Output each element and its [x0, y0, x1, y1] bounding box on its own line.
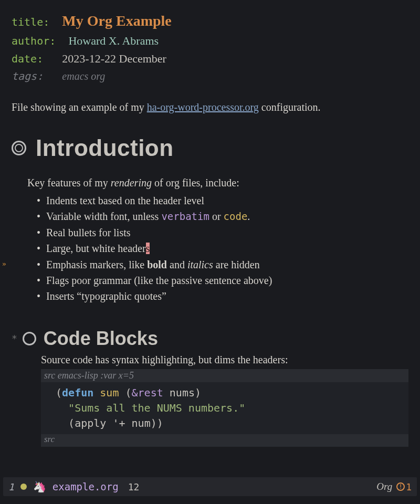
org-star-icon: *	[12, 333, 17, 344]
modeline[interactable]: 1 🦄 example.org 12 Org ! 1	[0, 477, 420, 504]
meta-date-line: date: 2023-12-22 December	[12, 50, 408, 68]
code-text: code	[224, 211, 248, 222]
buffer-filename[interactable]: example.org	[52, 481, 119, 492]
intro-paragraph: File showing an example of my ha-org-wor…	[12, 99, 408, 115]
src-begin-line: src emacs-lisp :var x=5	[41, 369, 408, 382]
document-title: My Org Example	[62, 13, 171, 29]
heading-introduction[interactable]: Introduction	[12, 135, 408, 161]
warning-icon: !	[396, 482, 405, 491]
document-tags: emacs org	[62, 70, 105, 82]
meta-key-author: author	[12, 35, 49, 47]
document-date: 2023-12-22 December	[62, 52, 166, 65]
list-item: Flags poor grammar (like the passive sen…	[37, 272, 408, 288]
src-note: Source code has syntax highlighting, but…	[41, 354, 408, 366]
heading-text: Code Blocks	[44, 328, 158, 350]
meta-tags-line: tags: emacs org	[12, 68, 408, 85]
window-number[interactable]: 1	[8, 481, 14, 492]
heading-text: Introduction	[36, 135, 174, 161]
src-section: Source code has syntax highlighting, but…	[41, 354, 408, 447]
meta-key-title: title	[12, 16, 43, 28]
features-intro: Key features of my rendering of org file…	[27, 175, 408, 191]
config-link[interactable]: ha-org-word-processor.org	[147, 101, 259, 113]
list-item: Inserts “typographic quotes”	[37, 288, 408, 304]
text-cursor: s	[146, 243, 150, 254]
fringe-indicator-icon: »	[2, 259, 6, 269]
heading-code-blocks[interactable]: * Code Blocks	[12, 328, 408, 350]
list-item: Variable width font, unless verbatim or …	[37, 208, 408, 224]
major-mode[interactable]: Org	[376, 481, 392, 492]
editor-buffer[interactable]: title: My Org Example author: Howard X. …	[0, 0, 420, 477]
modified-indicator-icon	[20, 484, 27, 490]
src-end-line: src	[41, 434, 408, 447]
meta-key-tags: tags	[12, 70, 37, 82]
list-item: Real bullets for lists	[37, 225, 408, 240]
code-block[interactable]: (defun sum (&rest nums) "Sums all the NU…	[41, 382, 408, 434]
line-number: 12	[128, 481, 140, 492]
fold-bullet-icon[interactable]	[23, 332, 36, 345]
meta-title-line: title: My Org Example	[12, 9, 408, 32]
intro-body: Key features of my rendering of org file…	[27, 175, 408, 304]
verbatim-text: verbatim	[161, 211, 209, 222]
flycheck-error-count[interactable]: ! 1	[396, 481, 412, 492]
document-author: Howard X. Abrams	[68, 34, 159, 47]
meta-author-line: author: Howard X. Abrams	[12, 32, 408, 50]
meta-key-date: date	[12, 52, 37, 65]
features-list: Indents text based on the header level V…	[37, 193, 408, 304]
list-item: Emphasis markers, like bold and italics …	[37, 257, 408, 272]
fold-bullet-icon[interactable]	[12, 141, 26, 155]
list-item: Large, but white headers	[37, 240, 408, 256]
list-item: Indents text based on the header level	[37, 193, 408, 208]
unicorn-icon: 🦄	[33, 480, 46, 493]
